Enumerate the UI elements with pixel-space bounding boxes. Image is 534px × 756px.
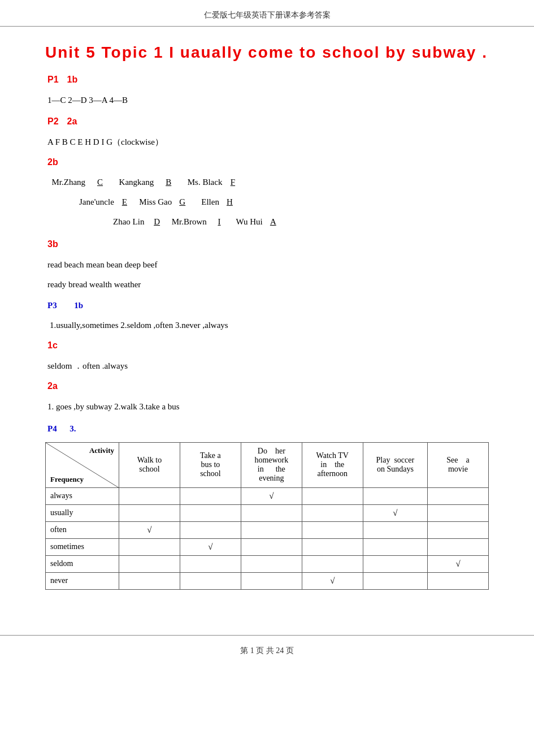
p3-2a-label: 2a: [45, 378, 489, 395]
page-header: 仁爱版七年级英语下册课本参考答案: [0, 0, 534, 27]
cell-usually-walk: [119, 504, 180, 521]
cell-sometimes-watchtv: [302, 538, 363, 555]
unit-title: Unit 5 Topic 1 I uaually come to school …: [45, 44, 489, 62]
cell-often-soccer: [363, 521, 427, 538]
p3-label: P3: [47, 301, 57, 310]
cell-never-walk: [119, 572, 180, 589]
p1-section: P1 1b: [45, 72, 489, 88]
cell-usually-homework: [241, 504, 302, 521]
p4-label: P4: [47, 424, 57, 433]
cell-often-homework: [241, 521, 302, 538]
activity-label: Activity: [89, 446, 114, 455]
kangkang-val: B: [162, 175, 175, 190]
2b-row1: Mr.Zhang C Kangkang B Ms. Black F: [45, 175, 489, 190]
cell-never-movie: [427, 572, 488, 589]
table-header-watchtv: Watch TVin theafternoon: [302, 442, 363, 487]
cell-often-walk: √: [119, 521, 180, 538]
frequency-label: Frequency: [50, 475, 84, 484]
table-row: often √: [46, 521, 489, 538]
cell-always-soccer: [363, 487, 427, 504]
mrzhang-val: C: [94, 175, 106, 190]
table-row: never √: [46, 572, 489, 589]
cell-usually-movie: [427, 504, 488, 521]
page-footer: 第 1 页 共 24 页: [0, 635, 534, 662]
p3-1b-content: 1.usually,sometimes 2.seldom ,often 3.ne…: [45, 318, 489, 333]
p1-label: P1: [47, 75, 59, 84]
p4-section: P4 3.: [45, 421, 489, 437]
cell-seldom-movie: √: [427, 555, 488, 572]
footer-text: 第 1 页 共 24 页: [240, 646, 294, 655]
mrbrown-val: I: [213, 214, 225, 230]
cell-sometimes-soccer: [363, 538, 427, 555]
cell-often-movie: [427, 521, 488, 538]
section-3b-label: 3b: [45, 236, 489, 253]
zhaolin-val: D: [151, 214, 163, 230]
p3-1c-content: seldom ．often .always: [45, 358, 489, 374]
cell-seldom-watchtv: [302, 555, 363, 572]
cell-seldom-soccer: [363, 555, 427, 572]
cell-never-soccer: [363, 572, 427, 589]
freq-usually: usually: [46, 504, 119, 521]
2b-row2: Jane'uncle E Miss Gao G Ellen H: [45, 195, 489, 210]
table-row: sometimes √: [46, 538, 489, 555]
freq-often: often: [46, 521, 119, 538]
cell-sometimes-bus: √: [180, 538, 241, 555]
activity-table: Activity Frequency Walk toschool Take ab…: [45, 442, 489, 590]
p2-2a-content: A F B C E H D I G（clockwise）: [45, 135, 489, 150]
p3-2a-content: 1. goes ,by subway 2.walk 3.take a bus: [45, 399, 489, 414]
p2-section: P2 2a: [45, 114, 489, 130]
p3-1b-label: 1b: [74, 301, 83, 310]
cell-always-homework: √: [241, 487, 302, 504]
freq-never: never: [46, 572, 119, 589]
p2-label: P2: [47, 116, 59, 126]
2b-row3: Zhao Lin D Mr.Brown I Wu Hui A: [45, 214, 489, 230]
cell-seldom-homework: [241, 555, 302, 572]
freq-seldom: seldom: [46, 555, 119, 572]
p1-1b-content: 1—C 2—D 3—A 4—B: [45, 93, 489, 108]
cell-never-homework: [241, 572, 302, 589]
msblack-val: F: [227, 175, 239, 190]
cell-always-watchtv: [302, 487, 363, 504]
cell-always-movie: [427, 487, 488, 504]
activity-table-wrap: Activity Frequency Walk toschool Take ab…: [45, 442, 489, 590]
table-header-homework: Do herhomeworkin theevening: [241, 442, 302, 487]
cell-always-walk: [119, 487, 180, 504]
p1-1b-label: 1b: [67, 75, 78, 84]
table-header-diag: Activity Frequency: [46, 442, 119, 487]
cell-seldom-walk: [119, 555, 180, 572]
cell-always-bus: [180, 487, 241, 504]
table-header-row: Activity Frequency Walk toschool Take ab…: [46, 442, 489, 487]
header-title: 仁爱版七年级英语下册课本参考答案: [204, 11, 331, 19]
cell-often-watchtv: [302, 521, 363, 538]
janeuncle-val: E: [118, 195, 131, 210]
3b-line1: read beach mean bean deep beef: [45, 257, 489, 273]
freq-sometimes: sometimes: [46, 538, 119, 555]
cell-usually-watchtv: [302, 504, 363, 521]
table-header-walk: Walk toschool: [119, 442, 180, 487]
cell-sometimes-walk: [119, 538, 180, 555]
freq-always: always: [46, 487, 119, 504]
cell-often-bus: [180, 521, 241, 538]
table-row: usually √: [46, 504, 489, 521]
p3-section: P3 1b: [45, 298, 489, 313]
table-header-soccer: Play socceron Sundays: [363, 442, 427, 487]
table-header-bus: Take abus toschool: [180, 442, 241, 487]
cell-usually-bus: [180, 504, 241, 521]
p4-num: 3.: [70, 424, 76, 433]
cell-seldom-bus: [180, 555, 241, 572]
cell-sometimes-movie: [427, 538, 488, 555]
3b-line2: ready bread wealth weather: [45, 277, 489, 292]
p3-1c-label: 1c: [45, 338, 489, 354]
table-header-movie: See amovie: [427, 442, 488, 487]
missgao-val: G: [176, 195, 189, 210]
cell-never-watchtv: √: [302, 572, 363, 589]
page-content: Unit 5 Topic 1 I uaually come to school …: [0, 27, 534, 618]
table-row: always √: [46, 487, 489, 504]
cell-sometimes-homework: [241, 538, 302, 555]
wuhui-val: A: [267, 214, 279, 230]
cell-never-bus: [180, 572, 241, 589]
cell-usually-soccer: √: [363, 504, 427, 521]
table-row: seldom √: [46, 555, 489, 572]
section-2b-label: 2b: [45, 154, 489, 171]
ellen-val: H: [223, 195, 236, 210]
